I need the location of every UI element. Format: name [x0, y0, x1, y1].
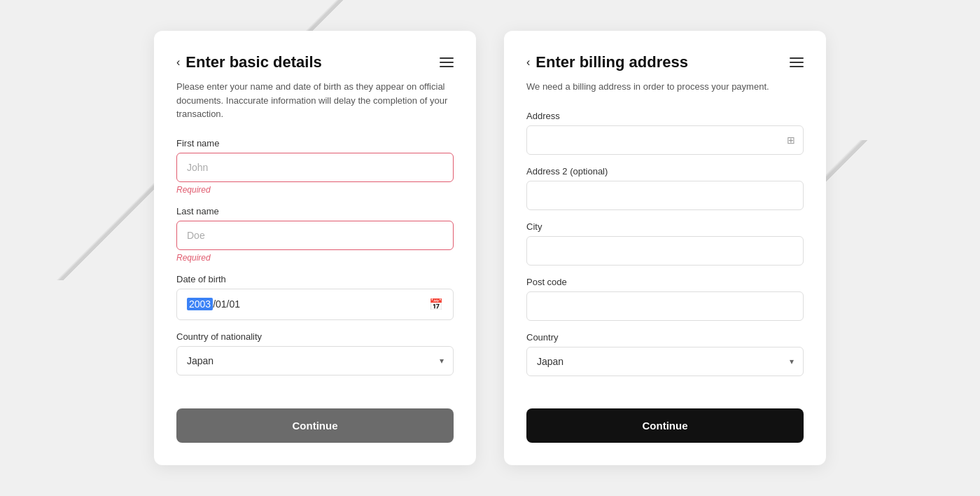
menu-line-2: [440, 62, 454, 63]
first-name-label: First name: [176, 138, 454, 149]
country-label: Country: [526, 332, 804, 343]
city-input[interactable]: [526, 236, 804, 266]
address-label: Address: [526, 111, 804, 121]
first-name-error: Required: [176, 185, 454, 195]
nationality-select-wrapper: Japan United States United Kingdom Austr…: [176, 346, 454, 376]
city-group: City: [526, 221, 804, 266]
nationality-select[interactable]: Japan United States United Kingdom Austr…: [176, 346, 454, 376]
back-arrow-left[interactable]: ‹: [176, 56, 180, 69]
dob-input-wrapper[interactable]: 2003/01/01 📅: [176, 289, 454, 320]
dob-rest: /01/01: [213, 298, 240, 310]
left-card-description: Please enter your name and date of birth…: [176, 80, 454, 121]
menu-line-3: [440, 66, 454, 67]
nationality-label: Country of nationality: [176, 331, 454, 342]
menu-line-r1: [790, 57, 804, 59]
right-card-title: Enter billing address: [536, 53, 688, 71]
menu-line-r3: [790, 66, 804, 67]
menu-line-1: [440, 57, 454, 59]
last-name-input[interactable]: [176, 221, 454, 250]
address-book-icon: ⊞: [787, 135, 795, 146]
menu-line-r2: [790, 62, 804, 63]
basic-details-card: ‹ Enter basic details Please enter your …: [154, 31, 476, 465]
country-select-wrapper: Japan United States United Kingdom Austr…: [526, 347, 804, 376]
address-input-wrapper: ⊞: [526, 125, 804, 155]
dob-group: Date of birth 2003/01/01 📅: [176, 274, 454, 320]
left-continue-button[interactable]: Continue: [176, 408, 454, 443]
left-card-title: Enter basic details: [186, 53, 321, 71]
billing-address-card: ‹ Enter billing address We need a billin…: [504, 31, 826, 465]
postcode-label: Post code: [526, 277, 804, 287]
country-select[interactable]: Japan United States United Kingdom Austr…: [526, 347, 804, 376]
right-continue-button[interactable]: Continue: [526, 408, 804, 443]
country-group: Country Japan United States United Kingd…: [526, 332, 804, 376]
postcode-group: Post code: [526, 277, 804, 321]
address2-input[interactable]: [526, 181, 804, 210]
dob-value: 2003/01/01: [187, 298, 240, 310]
menu-icon-right[interactable]: [790, 57, 804, 67]
card-header-right: ‹ Enter billing address: [526, 53, 804, 71]
address-group: Address ⊞: [526, 111, 804, 155]
dob-year-highlight: 2003: [187, 298, 213, 310]
address2-group: Address 2 (optional): [526, 166, 804, 210]
header-left: ‹ Enter basic details: [176, 53, 322, 71]
last-name-error: Required: [176, 253, 454, 263]
dob-label: Date of birth: [176, 274, 454, 284]
postcode-input[interactable]: [526, 291, 804, 321]
last-name-group: Last name Required: [176, 206, 454, 263]
address2-label: Address 2 (optional): [526, 166, 804, 177]
back-arrow-right[interactable]: ‹: [526, 56, 530, 69]
right-card-description: We need a billing address in order to pr…: [526, 80, 804, 94]
card-header-left: ‹ Enter basic details: [176, 53, 454, 71]
header-right-left: ‹ Enter billing address: [526, 53, 688, 71]
nationality-group: Country of nationality Japan United Stat…: [176, 331, 454, 376]
first-name-input[interactable]: [176, 153, 454, 182]
menu-icon-left[interactable]: [440, 57, 454, 67]
last-name-label: Last name: [176, 206, 454, 216]
city-label: City: [526, 221, 804, 232]
first-name-group: First name Required: [176, 138, 454, 195]
address-input[interactable]: [526, 125, 804, 155]
calendar-icon: 📅: [429, 298, 443, 311]
